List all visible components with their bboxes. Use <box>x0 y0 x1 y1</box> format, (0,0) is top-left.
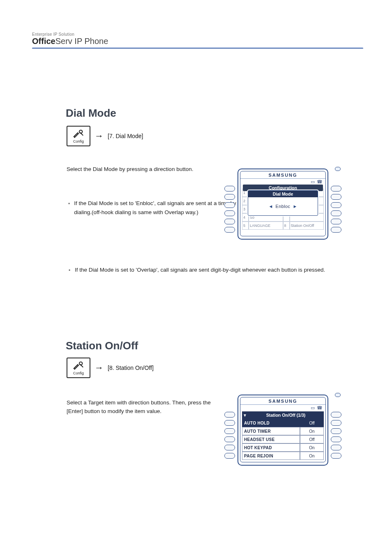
bullet-dot: • <box>68 265 71 275</box>
softkeys-right <box>331 412 341 459</box>
grid-cell: 8 <box>283 222 290 230</box>
station-onoff-table: AUTO HOLD Off AUTO TIMER On HEADSET USE … <box>242 419 324 460</box>
arrow-icon: → <box>95 131 104 141</box>
softkey[interactable] <box>224 194 235 200</box>
table-row-name[interactable]: HEADSET USE <box>242 435 300 443</box>
softkey[interactable] <box>224 227 235 233</box>
softkeys-left <box>224 412 235 459</box>
dial-mode-note-2-text: If the Dial Mode is set to 'Overlap', ca… <box>75 265 325 275</box>
softkey[interactable] <box>224 436 235 442</box>
table-row-value[interactable]: On <box>300 452 324 460</box>
screen-statusbar: ▭ ☎ <box>240 405 325 411</box>
grid-cell: Station On/Off <box>290 222 324 230</box>
softkey[interactable] <box>224 428 235 434</box>
phone-screen: SAMSUNG ▭ ☎ 1 Ph 5 Lv 2 Lo 3 Ne <box>238 169 328 240</box>
product-name-bold: Office <box>32 37 55 46</box>
led-icon <box>335 393 341 397</box>
section-heading-dial-mode: Dial Mode <box>66 107 116 120</box>
softkey[interactable] <box>224 219 235 224</box>
phone-screen: SAMSUNG ▭ ☎ ▼ Station On/Off (1/3) AUTO … <box>238 395 328 466</box>
bullet-dot: • <box>68 199 70 217</box>
table-row-name[interactable]: HOT KEYPAD <box>242 443 300 452</box>
config-icon-label: Config <box>73 371 84 375</box>
tools-icon <box>72 360 85 370</box>
softkey[interactable] <box>331 194 341 200</box>
table-row-name[interactable]: PAGE REJOIN <box>242 452 300 460</box>
screen-brand: SAMSUNG <box>240 171 325 179</box>
product-tagline: Enterprise IP Solution <box>32 32 108 37</box>
table-row-value[interactable]: Off <box>300 435 324 443</box>
softkey[interactable] <box>331 202 341 208</box>
softkey[interactable] <box>331 219 341 224</box>
phone-illustration-dial-mode: SAMSUNG ▭ ☎ 1 Ph 5 Lv 2 Lo 3 Ne <box>224 166 341 242</box>
softkey[interactable] <box>331 210 341 216</box>
led-icon <box>335 167 341 171</box>
dial-mode-note-2: • If the Dial Mode is set to 'Overlap', … <box>68 265 331 275</box>
grid-cell: LANGUAGE <box>249 222 283 230</box>
softkeys-right <box>331 186 341 233</box>
header-divider <box>32 48 363 49</box>
table-row-value[interactable]: Off <box>300 419 324 427</box>
table-row-value[interactable]: On <box>300 427 324 435</box>
chevron-left-icon[interactable]: ◄ <box>269 204 273 209</box>
dial-mode-popup: Dial Mode ◄ Enbloc ► <box>248 190 318 216</box>
softkey[interactable] <box>224 412 235 418</box>
softkey[interactable] <box>331 428 341 434</box>
softkey[interactable] <box>224 420 235 426</box>
nav-path-station-onoff: Config → [8. Station On/Off] <box>67 358 154 378</box>
softkey[interactable] <box>331 445 341 450</box>
grid-cell: 5 <box>242 222 249 230</box>
screen-statusbar: ▭ ☎ <box>240 179 325 185</box>
nav-path-dial-mode: Config → [7. Dial Mode] <box>67 126 143 146</box>
softkey[interactable] <box>224 453 235 459</box>
product-name-rest: Serv IP Phone <box>55 37 108 46</box>
softkey[interactable] <box>331 186 341 192</box>
dial-mode-value: Enbloc <box>275 204 290 209</box>
softkey[interactable] <box>331 453 341 459</box>
section-heading-station-onoff: Station On/Off <box>66 339 138 352</box>
config-icon: Config <box>67 358 90 378</box>
station-onoff-title: Station On/Off (1/3) <box>248 411 324 419</box>
softkey[interactable] <box>224 202 235 208</box>
softkey[interactable] <box>224 210 235 216</box>
arrow-icon: → <box>95 362 104 373</box>
chevron-right-icon[interactable]: ► <box>293 204 297 209</box>
config-icon-label: Config <box>73 139 84 143</box>
phone-illustration-station-onoff: SAMSUNG ▭ ☎ ▼ Station On/Off (1/3) AUTO … <box>224 392 341 468</box>
table-row-value[interactable]: On <box>300 443 324 452</box>
softkey[interactable] <box>331 227 341 233</box>
product-logo: Enterprise IP Solution OfficeServ IP Pho… <box>32 32 108 46</box>
table-row-name[interactable]: AUTO TIMER <box>242 427 300 435</box>
station-onoff-body: Select a Target item with direction butt… <box>67 399 223 416</box>
softkey[interactable] <box>331 436 341 442</box>
dial-mode-popup-title: Dial Mode <box>248 191 318 197</box>
tools-icon <box>72 129 85 138</box>
config-icon: Config <box>67 126 90 146</box>
softkey[interactable] <box>224 445 235 450</box>
softkey[interactable] <box>331 412 341 418</box>
nav-text-station-onoff: [8. Station On/Off] <box>108 365 154 371</box>
nav-text-dial-mode: [7. Dial Mode] <box>108 133 143 139</box>
screen-brand: SAMSUNG <box>240 397 325 405</box>
scroll-down-icon[interactable]: ▼ <box>242 411 248 419</box>
softkey[interactable] <box>224 186 235 192</box>
softkey[interactable] <box>331 420 341 426</box>
product-name: OfficeServ IP Phone <box>32 37 108 46</box>
dial-mode-intro: Select the Dial Mode by pressing a direc… <box>67 165 223 174</box>
softkeys-left <box>224 186 235 233</box>
table-row-name[interactable]: AUTO HOLD <box>242 419 300 427</box>
